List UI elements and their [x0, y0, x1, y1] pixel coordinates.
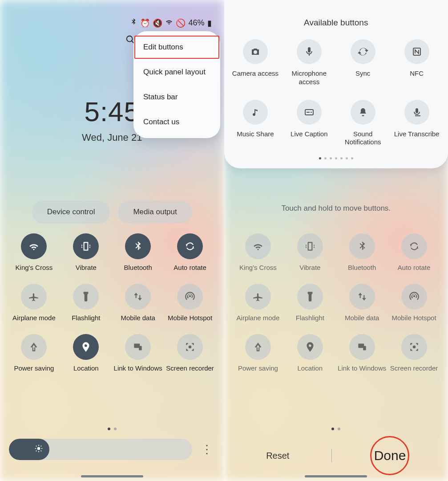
- tile-location[interactable]: Location: [284, 334, 336, 373]
- tile-record[interactable]: Screen recorder: [164, 334, 216, 373]
- brightness-icon: [34, 444, 43, 455]
- airplane-icon: [245, 284, 271, 310]
- tile-vibrate[interactable]: Vibrate: [284, 233, 336, 272]
- tile-wifi[interactable]: King's Cross: [8, 233, 60, 272]
- tile-label: Location: [73, 364, 99, 373]
- avail-sync[interactable]: Sync: [336, 39, 390, 86]
- tile-hotspot[interactable]: Mobile Hotspot: [164, 284, 216, 322]
- popup-status-bar[interactable]: Status bar: [133, 85, 220, 110]
- mute-status-icon: 🔇: [153, 18, 162, 28]
- link-icon: [125, 334, 151, 360]
- tile-label: Flashlight: [296, 314, 324, 322]
- tile-label: Power saving: [238, 364, 278, 373]
- wifi-icon: [245, 233, 271, 259]
- tile-flashlight[interactable]: Flashlight: [284, 284, 336, 322]
- tile-vibrate[interactable]: Vibrate: [60, 233, 112, 272]
- tile-label: Mobile Hotspot: [392, 314, 436, 322]
- link-icon: [349, 334, 375, 360]
- tile-bluetooth[interactable]: Bluetooth: [336, 233, 388, 272]
- avail-camera[interactable]: Camera access: [229, 39, 283, 86]
- tile-hotspot[interactable]: Mobile Hotspot: [388, 284, 440, 322]
- tile-rotate[interactable]: Auto rotate: [388, 233, 440, 272]
- tile-record[interactable]: Screen recorder: [388, 334, 440, 373]
- popup-edit-buttons[interactable]: Edit buttons: [133, 35, 220, 60]
- avail-label: Microphone access: [282, 69, 336, 86]
- tile-label: King's Cross: [239, 264, 277, 272]
- right-pane: Available buttons Camera access Micropho…: [224, 0, 448, 481]
- status-bar: ⏰ 🔇 🚫 46% ▮: [129, 18, 211, 28]
- tile-rotate[interactable]: Auto rotate: [164, 233, 216, 272]
- tile-mobiledata[interactable]: Mobile data: [336, 284, 388, 322]
- available-grid: Camera access Microphone access Sync NFC…: [229, 39, 444, 147]
- avail-bell[interactable]: Sound Notifications: [336, 100, 390, 147]
- tile-bluetooth[interactable]: Bluetooth: [112, 233, 164, 272]
- avail-transcribe[interactable]: Live Transcribe: [390, 100, 444, 147]
- tile-label: Screen recorder: [166, 364, 214, 373]
- tile-label: Bluetooth: [124, 264, 152, 272]
- record-icon: [401, 334, 427, 360]
- hotspot-icon: [401, 284, 427, 310]
- tile-label: Auto rotate: [398, 264, 430, 272]
- avail-nfc[interactable]: NFC: [390, 39, 444, 86]
- tile-label: Vibrate: [76, 264, 97, 272]
- popup-quick-panel-layout[interactable]: Quick panel layout: [133, 60, 220, 85]
- transcribe-icon: [404, 100, 429, 125]
- airplane-icon: [21, 284, 47, 310]
- brightness-slider[interactable]: [9, 439, 192, 460]
- brightness-row: ⋮: [9, 439, 215, 460]
- avail-caption[interactable]: Live Caption: [282, 100, 336, 147]
- tile-wifi[interactable]: King's Cross: [232, 233, 284, 272]
- bluetooth-status-icon: [129, 18, 137, 28]
- done-button[interactable]: Done: [374, 448, 406, 463]
- mic-icon: [297, 39, 322, 64]
- hotspot-icon: [177, 284, 203, 310]
- avail-label: Sync: [355, 69, 370, 78]
- vibrate-icon: [73, 233, 99, 259]
- mobiledata-icon: [349, 284, 375, 310]
- tile-airplane[interactable]: Airplane mode: [232, 284, 284, 322]
- tile-airplane[interactable]: Airplane mode: [8, 284, 60, 322]
- tile-power[interactable]: Power saving: [232, 334, 284, 373]
- current-tiles-grid: King's Cross Vibrate Bluetooth Auto rota…: [224, 233, 448, 372]
- power-icon: [21, 334, 47, 360]
- tile-label: Location: [297, 364, 323, 373]
- camera-icon: [243, 39, 268, 64]
- media-output-button[interactable]: Media output: [118, 200, 192, 224]
- tile-power[interactable]: Power saving: [8, 334, 60, 373]
- tile-label: Airplane mode: [12, 314, 56, 322]
- sync-icon: [351, 39, 375, 64]
- tile-link[interactable]: Link to Windows: [112, 334, 164, 373]
- tile-label: King's Cross: [16, 264, 53, 272]
- tile-link[interactable]: Link to Windows: [336, 334, 388, 373]
- bluetooth-icon: [349, 233, 375, 259]
- flashlight-icon: [297, 284, 323, 310]
- nfc-icon: [404, 39, 429, 64]
- reset-button[interactable]: Reset: [266, 451, 289, 461]
- flashlight-icon: [73, 284, 99, 310]
- device-control-button[interactable]: Device control: [32, 200, 110, 224]
- avail-label: Live Transcribe: [394, 130, 440, 139]
- popup-contact-us[interactable]: Contact us: [133, 110, 220, 135]
- tile-label: Link to Windows: [114, 364, 162, 373]
- more-options-button[interactable]: ⋮: [198, 439, 215, 460]
- page-dots: [0, 428, 224, 430]
- tile-mobiledata[interactable]: Mobile data: [112, 284, 164, 322]
- location-icon: [73, 334, 99, 360]
- quick-tiles-grid: King's Cross Vibrate Bluetooth Auto rota…: [0, 233, 224, 372]
- nav-handle[interactable]: [81, 475, 143, 477]
- available-buttons-card: Available buttons Camera access Micropho…: [224, 0, 448, 168]
- bottom-actions: Reset Done: [224, 448, 448, 463]
- avail-music[interactable]: Music Share: [229, 100, 283, 147]
- tile-flashlight[interactable]: Flashlight: [60, 284, 112, 322]
- tile-label: Power saving: [14, 364, 54, 373]
- avail-mic[interactable]: Microphone access: [282, 39, 336, 86]
- music-icon: [243, 100, 268, 125]
- tile-label: Mobile Hotspot: [168, 314, 212, 322]
- tile-label: Link to Windows: [338, 364, 386, 373]
- tile-label: Airplane mode: [237, 314, 280, 322]
- nav-handle[interactable]: [305, 475, 367, 477]
- power-icon: [245, 334, 271, 360]
- tile-label: Mobile data: [121, 314, 155, 322]
- caption-icon: [297, 100, 322, 125]
- tile-location[interactable]: Location: [60, 334, 112, 373]
